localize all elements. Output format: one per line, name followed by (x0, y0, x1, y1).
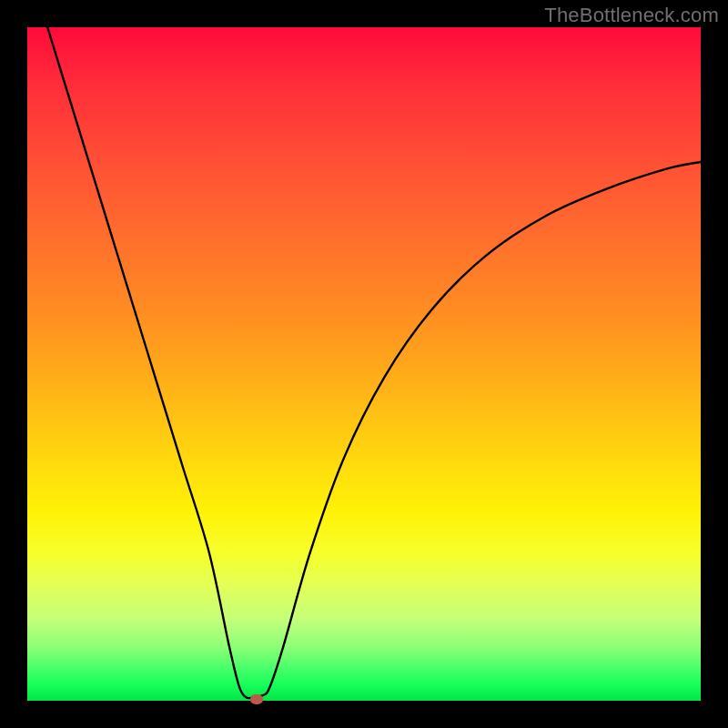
optimal-point-marker (250, 694, 263, 704)
plot-area (27, 27, 701, 701)
bottleneck-curve (47, 27, 701, 698)
curve-svg (27, 27, 701, 701)
chart-stage: TheBottleneck.com (0, 0, 728, 728)
watermark-text: TheBottleneck.com (544, 4, 719, 27)
